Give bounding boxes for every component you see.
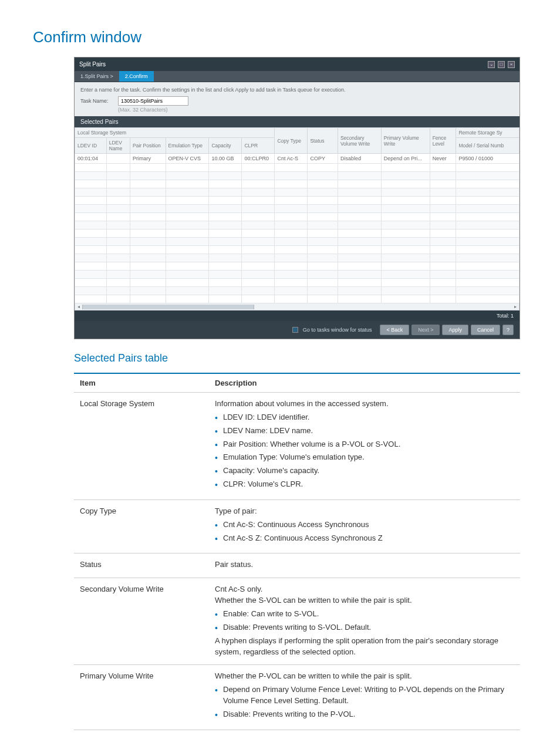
tab-split-pairs[interactable]: 1.Split Pairs > bbox=[75, 71, 119, 82]
tab-confirm[interactable]: 2.Confirm bbox=[119, 71, 154, 82]
desc-row: Local Storage SystemInformation about vo… bbox=[74, 393, 520, 500]
col-group-remote: Remote Storage Sy bbox=[456, 128, 519, 138]
list-item: Emulation Type: Volume's emulation type. bbox=[215, 452, 514, 463]
list-item: LDEV Name: LDEV name. bbox=[215, 426, 514, 437]
desc-row: StatusPair status. bbox=[74, 553, 520, 578]
table-row bbox=[75, 271, 519, 279]
desc-item: Status bbox=[74, 553, 209, 578]
wizard-tabs: 1.Split Pairs > 2.Confirm bbox=[75, 71, 519, 82]
col-pair-pos[interactable]: Pair Position bbox=[130, 138, 166, 154]
col-group-local: Local Storage System bbox=[75, 128, 275, 138]
list-item: Disable: Prevents writing to S-VOL. Defa… bbox=[215, 622, 514, 633]
desc-row: Copy TypeType of pair:Cnt Ac-S: Continuo… bbox=[74, 499, 520, 553]
instruction-text: Enter a name for the task. Confirm the s… bbox=[80, 87, 514, 93]
desc-text: Whether the P-VOL can be written to whil… bbox=[209, 665, 520, 730]
table-row bbox=[75, 246, 519, 254]
selected-pairs-table: Local Storage System Copy Type Status Se… bbox=[75, 127, 519, 303]
next-button: Next > bbox=[411, 325, 440, 335]
table-row bbox=[75, 279, 519, 287]
table-row bbox=[75, 287, 519, 295]
dialog-screenshot: Split Pairs ⌄ □ × 1.Split Pairs > 2.Conf… bbox=[74, 57, 520, 339]
desc-item: Secondary Volume Write bbox=[74, 578, 209, 665]
apply-button[interactable]: Apply bbox=[442, 325, 468, 335]
description-table: Item Description Local Storage SystemInf… bbox=[74, 374, 520, 730]
col-ldev-id[interactable]: LDEV ID bbox=[75, 138, 107, 154]
table-row bbox=[75, 295, 519, 303]
table-row bbox=[75, 188, 519, 197]
list-item: LDEV ID: LDEV identifier. bbox=[215, 412, 514, 423]
section-title: Selected Pairs table bbox=[74, 352, 527, 364]
close-icon[interactable]: × bbox=[508, 61, 515, 68]
col-pri-write[interactable]: Primary Volume Write bbox=[381, 128, 430, 154]
table-row bbox=[75, 164, 519, 172]
list-item: Cnt Ac-S: Continuous Access Synchronous bbox=[215, 519, 514, 531]
desc-item: Copy Type bbox=[74, 499, 209, 553]
dialog-title: Split Pairs bbox=[79, 61, 106, 67]
col-copy-type[interactable]: Copy Type bbox=[275, 128, 308, 154]
col-sec-write[interactable]: Secondary Volume Write bbox=[338, 128, 381, 154]
desc-item: Local Storage System bbox=[74, 393, 209, 500]
back-button[interactable]: < Back bbox=[380, 325, 409, 335]
table-row bbox=[75, 229, 519, 238]
list-item: Enable: Can write to S-VOL. bbox=[215, 609, 514, 620]
maximize-icon[interactable]: □ bbox=[498, 61, 505, 68]
window-controls: ⌄ □ × bbox=[487, 60, 515, 68]
table-row bbox=[75, 262, 519, 271]
go-to-tasks-label: Go to tasks window for status bbox=[303, 327, 372, 333]
table-row bbox=[75, 180, 519, 188]
task-name-input[interactable] bbox=[118, 96, 188, 106]
col-capacity[interactable]: Capacity bbox=[209, 138, 242, 154]
list-item: Capacity: Volume's capacity. bbox=[215, 465, 514, 477]
table-row bbox=[75, 213, 519, 221]
total-count: Total: 1 bbox=[75, 310, 519, 321]
go-to-tasks-checkbox[interactable] bbox=[292, 327, 298, 333]
scroll-thumb[interactable] bbox=[82, 305, 254, 309]
col-fence[interactable]: Fence Level bbox=[430, 128, 456, 154]
desc-text: Pair status. bbox=[209, 553, 520, 578]
table-row bbox=[75, 197, 519, 205]
col-status[interactable]: Status bbox=[308, 128, 338, 154]
desc-row: Secondary Volume WriteCnt Ac-S only.Whet… bbox=[74, 578, 520, 665]
list-item: Depend on Primary Volume Fence Level: Wr… bbox=[215, 684, 514, 707]
selected-pairs-header: Selected Pairs bbox=[75, 116, 519, 127]
col-description: Description bbox=[209, 374, 520, 393]
task-name-label: Task Name: bbox=[80, 98, 113, 104]
desc-row: Primary Volume WriteWhether the P-VOL ca… bbox=[74, 665, 520, 730]
list-item: CLPR: Volume's CLPR. bbox=[215, 479, 514, 490]
help-button[interactable]: ? bbox=[502, 325, 514, 335]
table-row bbox=[75, 172, 519, 180]
list-item: Cnt Ac-S Z: Continuous Access Synchronou… bbox=[215, 533, 514, 544]
cancel-button[interactable]: Cancel bbox=[471, 325, 500, 335]
table-row bbox=[75, 205, 519, 213]
table-row[interactable]: 00:01:04 Primary OPEN-V CVS 10.00 GB 00:… bbox=[75, 154, 519, 164]
desc-text: Type of pair:Cnt Ac-S: Continuous Access… bbox=[209, 499, 520, 553]
table-body: 00:01:04 Primary OPEN-V CVS 10.00 GB 00:… bbox=[75, 154, 519, 303]
col-ldev-name[interactable]: LDEV Name bbox=[106, 138, 130, 154]
page-title: Confirm window bbox=[33, 28, 527, 46]
desc-text: Cnt Ac-S only.Whether the S-VOL can be w… bbox=[209, 578, 520, 665]
task-name-hint: (Max. 32 Characters) bbox=[118, 107, 514, 113]
scroll-right-icon[interactable]: ▸ bbox=[512, 304, 519, 309]
scroll-left-icon[interactable]: ◂ bbox=[75, 304, 82, 309]
list-item: Disable: Prevents writing to the P-VOL. bbox=[215, 709, 514, 720]
table-row bbox=[75, 221, 519, 229]
table-row bbox=[75, 254, 519, 262]
col-item: Item bbox=[74, 374, 209, 393]
col-clpr[interactable]: CLPR bbox=[242, 138, 275, 154]
table-row bbox=[75, 238, 519, 246]
horizontal-scrollbar[interactable]: ◂ ▸ bbox=[75, 303, 519, 310]
list-item: Pair Position: Whether volume is a P-VOL… bbox=[215, 439, 514, 450]
col-emu[interactable]: Emulation Type bbox=[166, 138, 209, 154]
desc-item: Primary Volume Write bbox=[74, 665, 209, 730]
col-model-serial[interactable]: Model / Serial Numb bbox=[456, 138, 519, 154]
minimize-icon[interactable]: ⌄ bbox=[488, 61, 495, 68]
desc-text: Information about volumes in the accesse… bbox=[209, 393, 520, 500]
